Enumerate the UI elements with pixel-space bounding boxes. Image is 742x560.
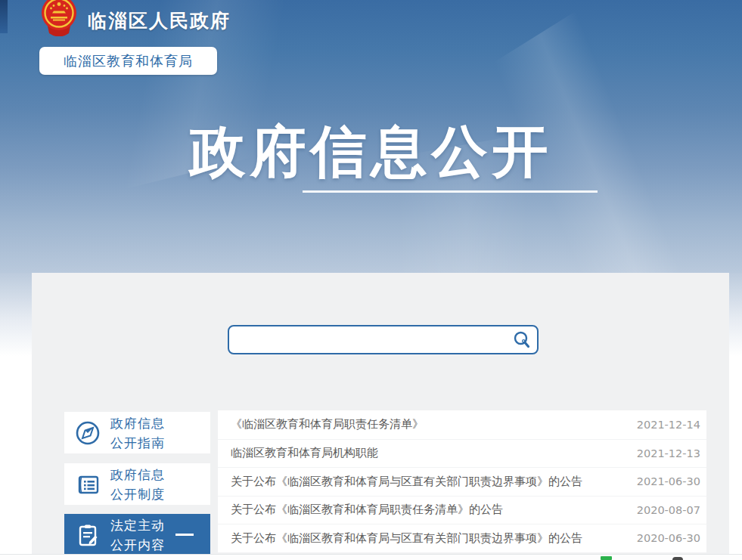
sidebar-item-label: 法定主动 公开内容 [110, 515, 165, 555]
news-row[interactable]: 关于公布《临淄区教育和体育局职责任务清单》的公告 2020-08-07 [218, 496, 706, 524]
news-date: 2020-08-07 [637, 504, 700, 516]
news-row[interactable]: 临淄区教育和体育局机构职能 2021-12-13 [218, 439, 706, 468]
news-row[interactable]: 关于公布《临淄区教育和体育局与区直有关部门职责边界事项》的公告 2020-06-… [218, 524, 706, 552]
news-title-link[interactable]: 关于公布《临淄区教育和体育局与区直有关部门职责边界事项》的公告 [231, 531, 628, 546]
news-row[interactable]: 《临淄区教育和体育局职责任务清单》 2021-12-14 [218, 410, 706, 439]
news-title-link[interactable]: 关于公布《临淄区教育和体育局职责任务清单》的公告 [231, 503, 628, 517]
news-title-link[interactable]: 《临淄区教育和体育局职责任务清单》 [231, 417, 628, 432]
news-date: 2020-06-30 [637, 532, 700, 544]
news-title-link[interactable]: 临淄区教育和体育局机构职能 [231, 446, 628, 460]
news-list: 《临淄区教育和体育局职责任务清单》 2021-12-14 临淄区教育和体育局机构… [218, 410, 706, 552]
news-date: 2021-12-13 [637, 447, 700, 459]
search-box [228, 325, 539, 354]
dept-tab-button[interactable]: 临淄区教育和体育局 [39, 47, 217, 75]
banner: 临淄区人民政府 临淄区教育和体育局 政府信息公开 [0, 0, 742, 273]
bottom-strip [0, 554, 742, 560]
page: 临淄区人民政府 临淄区教育和体育局 政府信息公开 政府信息 公开指南 [0, 0, 742, 560]
news-date: 2021-12-14 [637, 419, 700, 431]
banner-left-dark-strip [0, 0, 8, 33]
search-icon [512, 330, 532, 350]
sidebar-item-label: 政府信息 公开制度 [110, 465, 165, 504]
news-date: 2021-06-30 [637, 475, 700, 487]
compass-icon [74, 419, 101, 447]
sidebar-item-rules[interactable]: 政府信息 公开制度 [64, 463, 210, 505]
search-button[interactable] [507, 326, 537, 353]
collapse-minus-icon[interactable] [175, 534, 194, 536]
sidebar-item-label: 政府信息 公开指南 [110, 413, 165, 453]
national-emblem-icon [38, 0, 80, 36]
gov-name: 临淄区人民政府 [88, 8, 231, 33]
news-row[interactable]: 关于公布《临淄区教育和体育局与区直有关部门职责边界事项》的公告 2021-06-… [218, 467, 706, 496]
news-title-link[interactable]: 关于公布《临淄区教育和体育局与区直有关部门职责边界事项》的公告 [231, 475, 628, 489]
gov-header-link[interactable]: 临淄区人民政府 [38, 0, 231, 35]
clipboard-pen-icon [74, 521, 101, 549]
sidebar-item-statutory-disclosure[interactable]: 法定主动 公开内容 [64, 514, 210, 555]
rules-document-icon [74, 471, 101, 498]
footer-partial-green-icon [601, 556, 612, 560]
page-title: 政府信息公开 [0, 115, 742, 190]
footer-partial-dark-icon [672, 557, 683, 560]
title-underline [303, 190, 598, 193]
sidebar-item-guide[interactable]: 政府信息 公开指南 [64, 412, 210, 453]
search-input[interactable] [229, 326, 507, 353]
